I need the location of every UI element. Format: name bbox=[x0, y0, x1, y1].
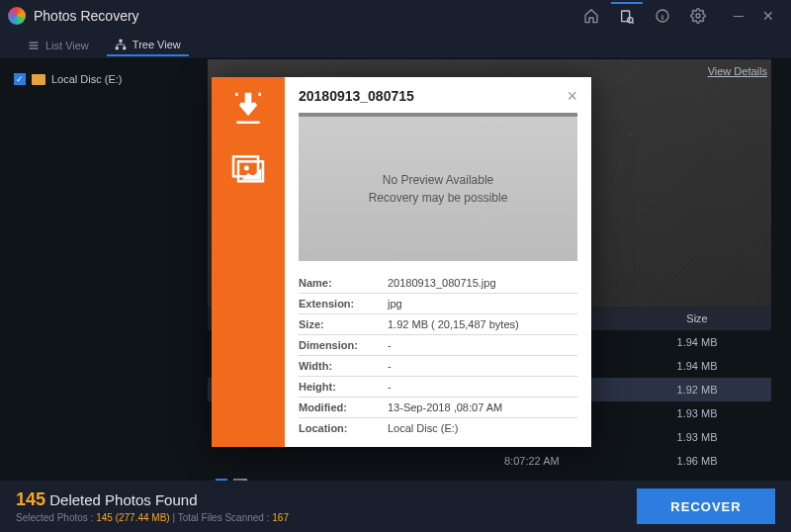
gear-icon bbox=[690, 8, 706, 24]
recover-button[interactable]: RECOVER bbox=[637, 488, 775, 524]
svg-point-3 bbox=[696, 14, 700, 18]
scan-results-button[interactable] bbox=[611, 2, 643, 30]
info-button[interactable] bbox=[647, 2, 678, 30]
tree-root-label: Local Disc (E:) bbox=[51, 73, 123, 85]
app-title: Photos Recovery bbox=[34, 8, 139, 24]
svg-rect-7 bbox=[119, 39, 122, 42]
no-preview-line2: Recovery may be possible bbox=[369, 191, 508, 205]
file-size: 1.93 MB bbox=[623, 431, 771, 443]
meta-height: Height:- bbox=[299, 377, 577, 398]
svg-point-12 bbox=[244, 166, 249, 171]
tab-list-view[interactable]: List View bbox=[20, 36, 97, 55]
modal-title: 20180913_080715 bbox=[299, 88, 414, 104]
meta-modified: Modified:13-Sep-2018 ,08:07 AM bbox=[299, 398, 577, 418]
settings-button[interactable] bbox=[682, 2, 714, 30]
photos-icon bbox=[228, 148, 268, 188]
table-row[interactable]: 8:07:22 AM1.96 MB bbox=[208, 449, 771, 473]
footer: 145 Deleted Photos Found Selected Photos… bbox=[0, 481, 791, 532]
tab-tree-label: Tree View bbox=[132, 39, 181, 50]
footer-headline: 145 Deleted Photos Found bbox=[16, 489, 637, 510]
file-size: 1.96 MB bbox=[623, 455, 771, 467]
checkbox[interactable] bbox=[14, 73, 26, 85]
window-controls: ─ ✕ bbox=[724, 2, 783, 30]
minimize-button[interactable]: ─ bbox=[724, 2, 753, 30]
file-time: 8:07:22 AM bbox=[504, 455, 623, 467]
footer-subline: Selected Photos : 145 (277.44 MB) | Tota… bbox=[16, 512, 637, 523]
svg-rect-0 bbox=[622, 11, 630, 22]
svg-rect-4 bbox=[30, 42, 39, 44]
titlebar: Photos Recovery ─ ✕ bbox=[0, 0, 791, 32]
sidebar: Local Disc (E:) bbox=[0, 59, 208, 481]
col-size-header: Size bbox=[623, 312, 771, 324]
download-arrow-icon bbox=[228, 91, 268, 131]
svg-point-1 bbox=[628, 18, 633, 23]
view-details-link[interactable]: View Details bbox=[708, 65, 767, 77]
folder-icon bbox=[32, 74, 45, 85]
meta-name: Name:20180913_080715.jpg bbox=[299, 273, 577, 294]
svg-rect-5 bbox=[30, 44, 39, 46]
toolbar bbox=[575, 2, 714, 30]
modal-sidebar bbox=[212, 77, 285, 447]
scan-icon bbox=[619, 9, 635, 25]
deleted-label: Deleted Photos Found bbox=[49, 491, 197, 508]
modal-close-button[interactable]: × bbox=[567, 87, 577, 105]
svg-rect-8 bbox=[116, 46, 119, 49]
tab-list-label: List View bbox=[45, 40, 89, 51]
deleted-count: 145 bbox=[16, 489, 45, 509]
svg-rect-6 bbox=[30, 47, 39, 49]
tree-icon bbox=[115, 39, 127, 50]
preview-modal: 20180913_080715 × No Preview Available R… bbox=[212, 77, 591, 447]
file-size: 1.94 MB bbox=[623, 360, 771, 372]
info-icon bbox=[655, 8, 670, 24]
meta-dimension: Dimension:- bbox=[299, 335, 577, 356]
svg-rect-9 bbox=[123, 46, 126, 49]
app-logo-icon bbox=[8, 7, 26, 25]
file-size: 1.92 MB bbox=[623, 384, 771, 396]
tree-root-item[interactable]: Local Disc (E:) bbox=[10, 71, 198, 87]
no-preview-line1: No Preview Available bbox=[383, 173, 494, 187]
modal-metadata: Name:20180913_080715.jpg Extension:jpg S… bbox=[299, 273, 577, 438]
close-button[interactable]: ✕ bbox=[753, 2, 783, 30]
meta-width: Width:- bbox=[299, 356, 577, 377]
modal-preview-area: No Preview Available Recovery may be pos… bbox=[299, 113, 577, 261]
view-tabs: List View Tree View bbox=[0, 32, 791, 59]
file-size: 1.94 MB bbox=[623, 336, 771, 348]
file-size: 1.93 MB bbox=[623, 407, 771, 419]
meta-size: Size:1.92 MB ( 20,15,487 bytes) bbox=[299, 314, 577, 335]
meta-location: Location:Local Disc (E:) bbox=[299, 418, 577, 438]
home-icon bbox=[583, 8, 599, 24]
meta-extension: Extension:jpg bbox=[299, 294, 577, 314]
home-button[interactable] bbox=[575, 2, 607, 30]
modal-body: 20180913_080715 × No Preview Available R… bbox=[285, 77, 591, 447]
list-icon bbox=[28, 40, 40, 51]
tab-tree-view[interactable]: Tree View bbox=[107, 35, 189, 56]
